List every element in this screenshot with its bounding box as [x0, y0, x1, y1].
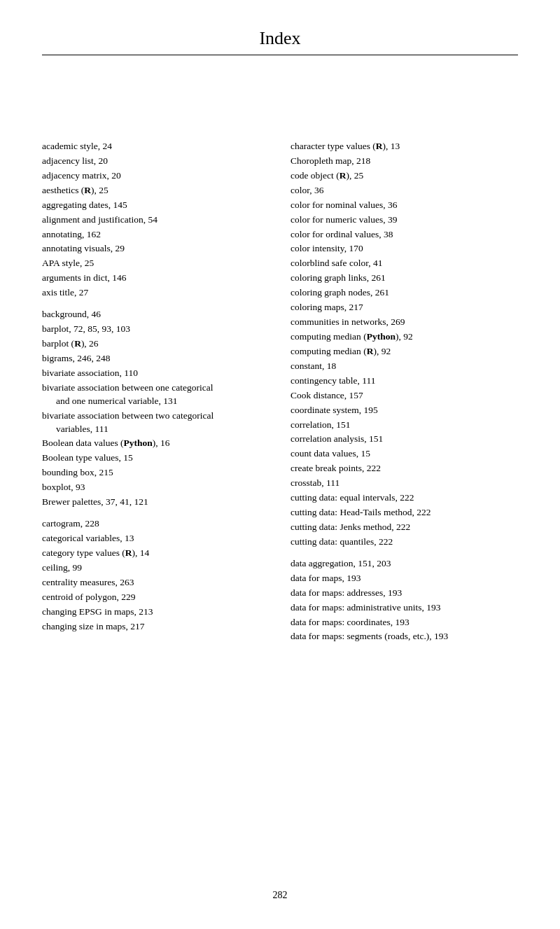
- title-divider: [42, 55, 518, 55]
- index-entry: color intensity, 170: [290, 242, 518, 256]
- index-entry: arguments in dict, 146: [42, 271, 270, 286]
- index-entry: bivariate association, 110: [42, 366, 270, 381]
- index-entry: adjacency matrix, 20: [42, 169, 270, 183]
- index-entry: coloring maps, 217: [290, 300, 518, 315]
- index-entry: color for numeric values, 39: [290, 213, 518, 228]
- index-entry: category type values (R), 14: [42, 546, 270, 561]
- index-entry: axis title, 27: [42, 286, 270, 300]
- index-entry: coordinate system, 195: [290, 403, 518, 418]
- index-entry: changing size in maps, 217: [42, 620, 270, 634]
- index-columns: academic style, 24adjacency list, 20adja…: [42, 139, 518, 644]
- index-entry: data for maps: segments (roads, etc.), 1…: [290, 629, 518, 644]
- index-entry: and one numerical variable, 131: [42, 394, 270, 409]
- index-entry: alignment and justification, 54: [42, 213, 270, 228]
- index-entry: adjacency list, 20: [42, 154, 270, 169]
- page: Index academic style, 24adjacency list, …: [0, 0, 560, 929]
- index-entry: communities in networks, 269: [290, 315, 518, 330]
- index-entry: color for nominal values, 36: [290, 198, 518, 213]
- index-entry: annotating, 162: [42, 228, 270, 242]
- index-entry: background, 46: [42, 307, 270, 322]
- left-column: academic style, 24adjacency list, 20adja…: [42, 139, 270, 634]
- index-entry: barplot, 72, 85, 93, 103: [42, 322, 270, 337]
- index-entry: Boolean type values, 15: [42, 451, 270, 466]
- page-title: Index: [42, 28, 518, 49]
- index-entry: Brewer palettes, 37, 41, 121: [42, 495, 270, 510]
- index-entry: correlation analysis, 151: [290, 432, 518, 447]
- index-entry: APA style, 25: [42, 256, 270, 271]
- index-entry: variables, 111: [42, 422, 270, 437]
- index-entry: cutting data: Head-Tails method, 222: [290, 505, 518, 520]
- index-entry: bigrams, 246, 248: [42, 351, 270, 366]
- index-entry: correlation, 151: [290, 418, 518, 433]
- index-entry: centrality measures, 263: [42, 575, 270, 590]
- index-entry: cutting data: quantiles, 222: [290, 535, 518, 550]
- index-entry: Choropleth map, 218: [290, 154, 518, 169]
- index-entry: contingency table, 111: [290, 374, 518, 389]
- index-entry: count data values, 15: [290, 447, 518, 461]
- index-entry: color, 36: [290, 183, 518, 198]
- index-entry: annotating visuals, 29: [42, 242, 270, 256]
- index-entry: character type values (R), 13: [290, 139, 518, 154]
- index-entry: computing median (Python), 92: [290, 330, 518, 344]
- index-entry: ceiling, 99: [42, 561, 270, 575]
- index-entry: color for ordinal values, 38: [290, 228, 518, 242]
- index-entry: bivariate association between one catego…: [42, 381, 270, 396]
- index-entry: cutting data: equal intervals, 222: [290, 491, 518, 505]
- index-entry: create break points, 222: [290, 461, 518, 476]
- index-entry: data for maps, 193: [290, 571, 518, 586]
- index-entry: Cook distance, 157: [290, 389, 518, 403]
- index-entry: cartogram, 228: [42, 517, 270, 531]
- index-entry: categorical variables, 13: [42, 531, 270, 546]
- index-entry: boxplot, 93: [42, 480, 270, 495]
- index-entry: coloring graph links, 261: [290, 271, 518, 286]
- index-entry: aesthetics (R), 25: [42, 183, 270, 198]
- index-entry: barplot (R), 26: [42, 337, 270, 351]
- index-entry: crosstab, 111: [290, 476, 518, 491]
- index-entry: data for maps: addresses, 193: [290, 586, 518, 601]
- index-entry: aggregating dates, 145: [42, 198, 270, 213]
- index-entry: data aggregation, 151, 203: [290, 557, 518, 571]
- index-entry: colorblind safe color, 41: [290, 256, 518, 271]
- right-column: character type values (R), 13Choropleth …: [290, 139, 518, 644]
- index-entry: bounding box, 215: [42, 466, 270, 480]
- index-entry: constant, 18: [290, 359, 518, 374]
- index-entry: computing median (R), 92: [290, 344, 518, 359]
- index-entry: data for maps: administrative units, 193: [290, 601, 518, 615]
- index-entry: academic style, 24: [42, 139, 270, 154]
- index-entry: code object (R), 25: [290, 169, 518, 183]
- index-entry: cutting data: Jenks method, 222: [290, 520, 518, 535]
- page-number: 282: [0, 890, 560, 901]
- index-entry: data for maps: coordinates, 193: [290, 615, 518, 630]
- index-entry: bivariate association between two catego…: [42, 409, 270, 424]
- index-entry: centroid of polygon, 229: [42, 590, 270, 605]
- index-entry: changing EPSG in maps, 213: [42, 605, 270, 620]
- index-entry: Boolean data values (Python), 16: [42, 436, 270, 451]
- index-entry: coloring graph nodes, 261: [290, 286, 518, 300]
